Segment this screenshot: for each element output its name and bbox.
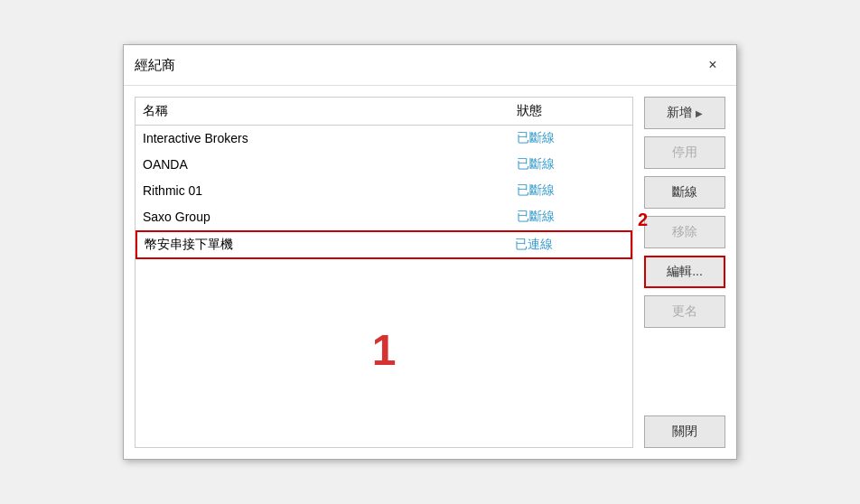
rename-button[interactable]: 更名 <box>644 295 725 328</box>
spacer <box>644 335 725 408</box>
dialog-title: 經紀商 <box>135 57 175 74</box>
table-row[interactable]: Saxo Group 已斷線 <box>136 204 632 230</box>
broker-name: Rithmic 01 <box>143 183 517 198</box>
disable-button[interactable]: 停用 <box>644 136 725 169</box>
dialog-body: 名稱 狀態 Interactive Brokers 已斷線 OANDA 已斷線 … <box>124 86 736 459</box>
broker-name: Saxo Group <box>143 210 517 224</box>
buttons-panel: 新增 ▶ 停用 斷線 2 移除 編輯... 更名 關閉 <box>644 97 725 448</box>
disconnect-button[interactable]: 斷線 <box>644 176 725 209</box>
col-status-header: 狀態 <box>517 103 625 119</box>
broker-name: 幣安串接下單機 <box>145 237 515 253</box>
broker-status: 已斷線 <box>517 156 625 173</box>
close-button[interactable]: 關閉 <box>644 415 725 448</box>
table-row[interactable]: OANDA 已斷線 <box>136 152 632 178</box>
annotation-2: 2 <box>638 210 648 230</box>
table-row-selected[interactable]: 幣安串接下單機 已連線 <box>136 230 632 259</box>
close-icon[interactable]: × <box>700 52 725 78</box>
broker-name: OANDA <box>143 157 517 172</box>
arrow-icon: ▶ <box>696 108 703 118</box>
table-row[interactable]: Rithmic 01 已斷線 <box>136 178 632 204</box>
broker-status: 已斷線 <box>517 209 625 225</box>
table-header: 名稱 狀態 <box>136 98 632 126</box>
title-bar: 經紀商 × <box>124 45 736 86</box>
broker-name: Interactive Brokers <box>143 131 517 145</box>
new-button[interactable]: 新增 ▶ <box>644 97 725 129</box>
remove-button[interactable]: 2 移除 <box>644 216 725 248</box>
table-rows-container: Interactive Brokers 已斷線 OANDA 已斷線 Rithmi… <box>136 126 632 447</box>
broker-status: 已斷線 <box>517 130 625 146</box>
edit-button[interactable]: 編輯... <box>644 256 725 288</box>
broker-dialog: 經紀商 × 名稱 狀態 Interactive Brokers 已斷線 OAND… <box>123 44 737 460</box>
broker-status: 已斷線 <box>517 182 625 199</box>
broker-status: 已連線 <box>515 237 623 253</box>
col-name-header: 名稱 <box>143 103 517 119</box>
broker-table: 名稱 狀態 Interactive Brokers 已斷線 OANDA 已斷線 … <box>135 97 633 448</box>
table-row[interactable]: Interactive Brokers 已斷線 <box>136 126 632 152</box>
